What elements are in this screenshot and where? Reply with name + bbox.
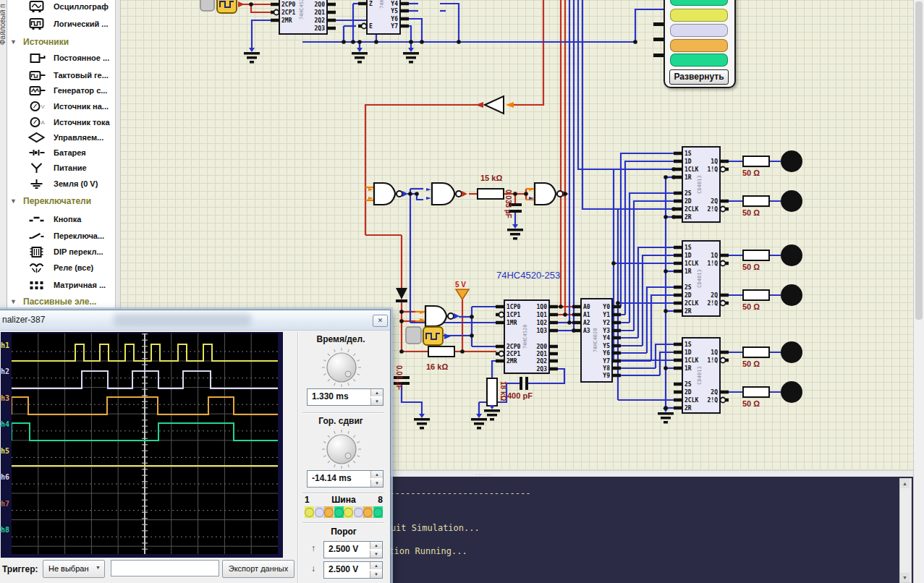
export-data-button[interactable]: Экспорт данных (222, 560, 294, 578)
svg-text:1CLK: 1CLK (684, 260, 698, 267)
hshift-spinner[interactable]: -14.14 ms ▲ ▼ (307, 470, 383, 488)
palette-item-1[interactable]: Логический ... (7, 17, 115, 32)
svg-text:400 pF: 400 pF (507, 391, 533, 400)
svg-text:2D: 2D (684, 198, 692, 205)
timediv-knob[interactable] (321, 347, 362, 388)
palette-item-6[interactable]: VИсточник на... (7, 100, 115, 114)
trigger-input[interactable] (111, 560, 219, 576)
timediv-spinner[interactable]: 1.330 ms ▲ ▼ (307, 388, 383, 406)
svg-text:Y5: Y5 (391, 8, 398, 14)
bus-color-swatch[interactable] (324, 506, 334, 518)
console-scrollbar[interactable]: ▲ ▼ (899, 478, 912, 583)
svg-text:1!Q: 1!Q (708, 166, 719, 173)
svg-text:2Q2: 2Q2 (315, 17, 326, 24)
palette-item-17[interactable]: Матричная ... (7, 278, 115, 293)
svg-text:CD4013: CD4013 (697, 175, 703, 193)
svg-text:50 Ω: 50 Ω (742, 208, 760, 217)
palette-item-3[interactable]: Постоянное ... (7, 51, 115, 66)
bus-color-swatch[interactable] (344, 506, 353, 518)
spin-down-icon[interactable]: ▼ (370, 550, 382, 558)
palette-item-13[interactable]: Кнопка (7, 213, 115, 227)
palette-section-18[interactable]: ▼Пассивные эле... (7, 295, 115, 310)
palette-item-0[interactable]: Осциллограф (7, 0, 115, 14)
svg-text:A2: A2 (583, 320, 590, 326)
svg-text:50 Ω: 50 Ω (742, 359, 760, 368)
threshold-label: Порог (305, 527, 383, 537)
bus-color-swatch[interactable] (363, 506, 373, 518)
threshold-down-spinner[interactable]: 2.500 V ▲ ▼ (323, 561, 383, 579)
logic-analyzer-window[interactable]: nalizer-387 ✕ Ch1Ch2Ch3Ch4Ch5Ch6Ch7Ch8 В… (0, 310, 391, 583)
spin-up-icon[interactable]: ▲ (370, 562, 382, 569)
bus-color-swatch[interactable] (334, 506, 344, 518)
scope-display: Ch1Ch2Ch3Ch4Ch5Ch6Ch7Ch8 (1, 332, 283, 558)
scroll-up-icon[interactable]: ▲ (900, 479, 910, 488)
minimized-analyzer-panel[interactable]: Развернуть (664, 0, 736, 88)
collapse-arrow-icon[interactable]: ▼ (10, 38, 17, 46)
svg-text:50 Ω: 50 Ω (742, 302, 760, 311)
bus-color-swatch[interactable] (305, 506, 314, 518)
expand-button[interactable]: Развернуть (669, 69, 729, 85)
threshold-up-spinner[interactable]: 2.500 V ▲ ▼ (323, 541, 383, 558)
spin-up-icon[interactable]: ▲ (370, 542, 382, 549)
svg-text:1R: 1R (684, 174, 692, 181)
window-titlebar[interactable]: nalizer-387 ✕ (0, 310, 390, 331)
isrc-icon: A (27, 116, 49, 129)
bus-color-swatch[interactable] (373, 506, 383, 518)
palette-item-14[interactable]: Переключа... (7, 229, 115, 244)
svg-text:1Q: 1Q (711, 158, 718, 165)
palette-section-2[interactable]: ▼Источники (7, 35, 115, 50)
palette-item-7[interactable]: AИсточник тока (7, 116, 115, 130)
spin-up-icon[interactable]: ▲ (370, 471, 383, 478)
palette-item-8[interactable]: Управляем... (7, 131, 115, 145)
trigger-dropdown[interactable]: Не выбран ▼ (43, 560, 105, 578)
palette-item-16[interactable]: Реле (все) (7, 261, 115, 276)
window-title: nalizer-387 (2, 315, 45, 325)
palette-item-4[interactable]: Тактовый ге... (7, 69, 115, 83)
palette-item-9[interactable]: Батарея (7, 146, 115, 161)
indicator-bar (670, 0, 728, 6)
timediv-label: Время/дел. (297, 334, 384, 344)
scroll-thumb[interactable] (915, 1, 923, 320)
palette-item-11[interactable]: Земля (0 V) (7, 177, 115, 192)
svg-text:Y8: Y8 (603, 365, 610, 372)
collapse-arrow-icon[interactable]: ▼ (10, 298, 17, 305)
svg-text:2S: 2S (684, 284, 692, 291)
palette-section-12[interactable]: ▼Переключатели (7, 195, 115, 209)
collapse-arrow-icon[interactable]: ▼ (10, 197, 17, 205)
svg-text:74HC4028: 74HC4028 (593, 328, 598, 353)
hshift-knob[interactable] (321, 429, 362, 469)
svg-text:E: E (369, 23, 373, 30)
svg-text:Y6: Y6 (603, 350, 610, 357)
bus-color-swatch[interactable] (315, 506, 324, 518)
bus-color-swatch[interactable] (354, 506, 363, 518)
indicator-bar (670, 9, 728, 22)
svg-text:2Q: 2Q (711, 198, 718, 205)
palette-item-15[interactable]: DIP перекл... (7, 245, 115, 260)
svg-text:Y2: Y2 (603, 320, 610, 326)
spin-down-icon[interactable]: ▼ (370, 480, 383, 487)
svg-text:5 V: 5 V (455, 281, 466, 289)
bus-channel-colors[interactable] (305, 506, 384, 519)
spin-down-icon[interactable]: ▼ (370, 398, 383, 405)
spin-down-icon[interactable]: ▼ (370, 571, 382, 578)
svg-text:2R: 2R (684, 214, 692, 221)
svg-text:2CP1: 2CP1 (281, 9, 295, 16)
close-icon[interactable]: ✕ (373, 315, 388, 327)
palette-item-5[interactable]: Генератор с... (7, 84, 115, 98)
canvas-vscrollbar[interactable] (913, 0, 924, 583)
svg-text:Y9: Y9 (603, 373, 610, 379)
spin-up-icon[interactable]: ▲ (370, 389, 383, 396)
scope-plot (12, 333, 278, 554)
svg-text:A1: A1 (583, 312, 590, 318)
svg-text:2R: 2R (684, 405, 692, 412)
svg-text:1R: 1R (684, 365, 692, 372)
scroll-down-icon[interactable]: ▼ (900, 573, 910, 582)
svg-text:50 Ω: 50 Ω (742, 263, 760, 271)
palette-item-10[interactable]: Питание (7, 161, 115, 176)
svg-text:Y1: Y1 (603, 312, 610, 318)
fgen-icon (27, 85, 49, 98)
mtx-icon (27, 279, 49, 292)
svg-text:2Q: 2Q (711, 292, 718, 299)
ctrl-icon (27, 132, 49, 145)
falling-arrow-icon: ↓ (311, 563, 315, 574)
